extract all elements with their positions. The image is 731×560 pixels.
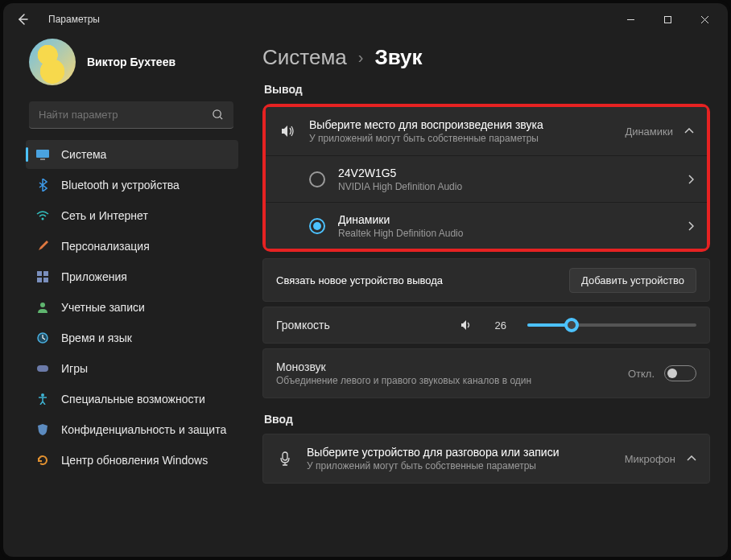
volume-row: Громкость 26	[262, 307, 710, 344]
window-title: Параметры	[48, 14, 100, 25]
gamepad-icon	[35, 361, 50, 376]
mono-row: Монозвук Объединение левого и правого зв…	[262, 348, 710, 398]
profile[interactable]: Виктор Бухтеев	[29, 39, 238, 85]
sidebar-item-privacy[interactable]: Конфиденциальность и защита	[26, 415, 238, 444]
device-sub: Realtek High Definition Audio	[338, 228, 675, 239]
search-input[interactable]	[39, 109, 212, 121]
chevron-right-icon[interactable]	[688, 221, 694, 231]
svg-line-6	[220, 117, 222, 119]
sidebar: Виктор Бухтеев Система Bluetooth и устро…	[3, 35, 245, 557]
person-icon	[35, 300, 50, 315]
device-sub: NVIDIA High Definition Audio	[338, 181, 675, 192]
device-name: 24V2W1G5	[338, 167, 675, 179]
sidebar-item-gaming[interactable]: Игры	[26, 354, 238, 383]
add-device-button[interactable]: Добавить устройство	[569, 268, 696, 293]
svg-rect-13	[43, 278, 48, 282]
choose-input-row[interactable]: Выберите устройство для разговора или за…	[263, 434, 709, 483]
wifi-icon	[35, 208, 50, 223]
device-name: Динамики	[338, 213, 675, 226]
slider-thumb[interactable]	[564, 318, 579, 332]
window-controls	[612, 3, 723, 35]
svg-rect-10	[37, 271, 42, 276]
breadcrumb: Система › Звук	[262, 45, 710, 70]
mono-toggle[interactable]	[664, 365, 696, 381]
breadcrumb-root[interactable]: Система	[262, 45, 347, 70]
apps-icon	[35, 270, 50, 284]
shield-icon	[35, 422, 50, 437]
current-input-label: Микрофон	[625, 453, 675, 465]
nav: Система Bluetooth и устройства Сеть и Ин…	[26, 140, 238, 475]
svg-rect-16	[37, 365, 48, 372]
svg-rect-12	[37, 278, 42, 282]
sidebar-item-bluetooth[interactable]: Bluetooth и устройства	[26, 171, 238, 200]
mono-state: Откл.	[628, 368, 655, 380]
search-box[interactable]	[29, 101, 233, 129]
sidebar-item-system[interactable]: Система	[26, 140, 238, 169]
input-section-title: Ввод	[264, 413, 710, 426]
mono-title: Монозвук	[276, 360, 615, 373]
update-icon	[35, 453, 50, 467]
minimize-button[interactable]	[612, 6, 649, 32]
link-new-output-label: Связать новое устройство вывода	[276, 274, 556, 286]
back-button[interactable]	[13, 13, 32, 26]
brush-icon	[35, 239, 50, 253]
svg-point-14	[40, 303, 45, 307]
svg-rect-7	[36, 150, 49, 158]
sidebar-item-label: Приложения	[61, 270, 127, 283]
svg-rect-11	[43, 271, 48, 276]
bluetooth-icon	[35, 178, 50, 192]
sidebar-item-accessibility[interactable]: Специальные возможности	[26, 385, 238, 414]
output-device-1[interactable]: Динамики Realtek High Definition Audio	[266, 202, 707, 249]
highlighted-output-block: Выберите место для воспроизведения звука…	[262, 104, 710, 252]
settings-window: Параметры Виктор Бухтеев Система Bluetoo…	[3, 3, 728, 557]
choose-output-title: Выберите место для воспроизведения звука	[309, 118, 612, 131]
radio-selected[interactable]	[309, 218, 325, 234]
sidebar-item-apps[interactable]: Приложения	[26, 262, 238, 291]
clock-icon	[35, 331, 50, 345]
avatar	[29, 39, 76, 85]
svg-point-17	[41, 393, 44, 397]
svg-point-5	[213, 110, 221, 117]
speaker-icon	[279, 124, 296, 138]
sidebar-item-network[interactable]: Сеть и Интернет	[26, 201, 238, 230]
sidebar-item-personalization[interactable]: Персонализация	[26, 232, 238, 261]
chevron-right-icon[interactable]	[688, 175, 694, 184]
sidebar-item-label: Bluetooth и устройства	[61, 179, 180, 191]
display-icon	[35, 147, 50, 162]
page-title: Звук	[374, 45, 422, 70]
choose-output-row[interactable]: Выберите место для воспроизведения звука…	[266, 107, 707, 155]
maximize-button[interactable]	[649, 6, 686, 32]
link-new-output-row: Связать новое устройство вывода Добавить…	[263, 259, 709, 301]
microphone-icon	[276, 451, 294, 466]
mono-sub: Объединение левого и правого звуковых ка…	[276, 375, 566, 386]
profile-name: Виктор Бухтеев	[87, 56, 176, 68]
current-output-label: Динамики	[625, 126, 673, 138]
chevron-up-icon[interactable]	[687, 455, 696, 462]
close-button[interactable]	[686, 6, 723, 32]
output-section-title: Вывод	[264, 83, 710, 96]
sidebar-item-label: Персонализация	[61, 240, 150, 253]
accessibility-icon	[35, 392, 50, 406]
svg-rect-18	[283, 452, 287, 460]
volume-slider[interactable]	[527, 323, 696, 327]
sidebar-item-label: Конфиденциальность и защита	[61, 423, 226, 436]
sidebar-item-accounts[interactable]: Учетные записи	[26, 293, 238, 322]
main-content: Система › Звук Вывод Выберите место для …	[245, 35, 728, 557]
volume-label: Громкость	[276, 319, 373, 331]
sidebar-item-label: Игры	[61, 362, 88, 375]
sidebar-item-time[interactable]: Время и язык	[26, 323, 238, 352]
radio-unselected[interactable]	[309, 171, 325, 187]
choose-input-title: Выберите устройство для разговора или за…	[307, 446, 612, 459]
sidebar-item-label: Специальные возможности	[61, 393, 205, 406]
sidebar-item-label: Сеть и Интернет	[61, 209, 148, 222]
volume-icon[interactable]	[460, 319, 473, 331]
volume-value: 26	[485, 319, 506, 331]
sidebar-item-label: Время и язык	[61, 331, 132, 344]
sidebar-item-label: Учетные записи	[61, 301, 145, 314]
sidebar-item-update[interactable]: Центр обновления Windows	[26, 446, 238, 475]
svg-point-9	[42, 218, 44, 220]
choose-output-sub: У приложений могут быть собственные пара…	[309, 133, 612, 144]
output-device-0[interactable]: 24V2W1G5 NVIDIA High Definition Audio	[266, 155, 707, 202]
chevron-right-icon: ›	[358, 48, 364, 67]
chevron-up-icon[interactable]	[684, 128, 694, 134]
